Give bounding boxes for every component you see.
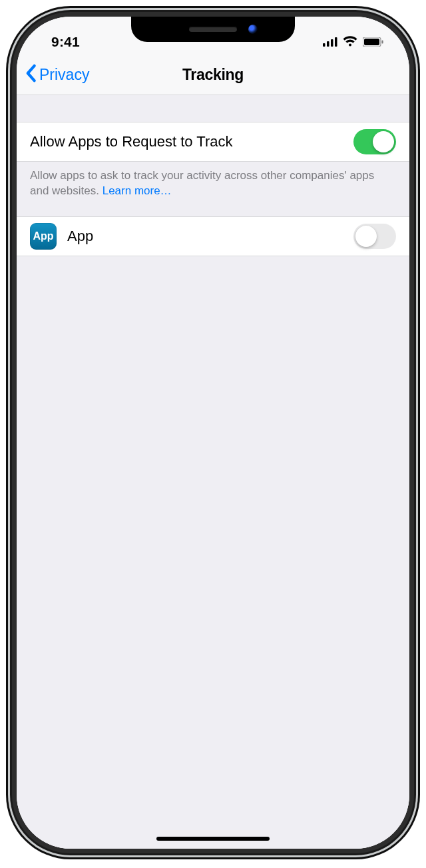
cellular-icon	[323, 34, 337, 50]
svg-rect-0	[323, 43, 325, 47]
svg-rect-2	[331, 39, 333, 47]
svg-rect-5	[364, 39, 379, 45]
svg-rect-3	[335, 37, 337, 47]
front-camera	[248, 25, 258, 34]
status-time: 9:41	[37, 34, 80, 50]
back-label: Privacy	[39, 66, 89, 84]
allow-apps-to-track-toggle[interactable]	[353, 129, 396, 154]
apps-list: AppApp	[17, 216, 409, 256]
app-tracking-toggle[interactable]	[353, 224, 396, 249]
settings-content: Allow Apps to Request to Track Allow app…	[17, 95, 409, 849]
back-button[interactable]: Privacy	[25, 64, 89, 87]
chevron-left-icon	[25, 64, 37, 87]
app-icon: App	[30, 223, 57, 250]
screen: 9:41 Privacy Tracking	[17, 17, 409, 849]
allow-apps-to-track-label: Allow Apps to Request to Track	[30, 133, 353, 150]
svg-rect-6	[382, 41, 383, 44]
wifi-icon	[343, 34, 357, 50]
iphone-device-frame: 9:41 Privacy Tracking	[12, 12, 414, 853]
page-title: Tracking	[182, 66, 244, 84]
allow-apps-to-track-cell: Allow Apps to Request to Track	[17, 122, 409, 162]
speaker-grill	[189, 27, 237, 32]
allow-tracking-footer-text: Allow apps to ask to track your activity…	[30, 169, 374, 197]
app-name-label: App	[67, 228, 353, 245]
notch	[131, 17, 295, 42]
battery-icon	[363, 34, 384, 50]
nav-bar: Privacy Tracking	[17, 55, 409, 95]
svg-rect-1	[327, 41, 329, 47]
learn-more-link[interactable]: Learn more…	[103, 184, 172, 197]
allow-tracking-footer: Allow apps to ask to track your activity…	[17, 162, 409, 216]
app-tracking-cell: AppApp	[17, 216, 409, 256]
home-indicator[interactable]	[156, 837, 270, 841]
